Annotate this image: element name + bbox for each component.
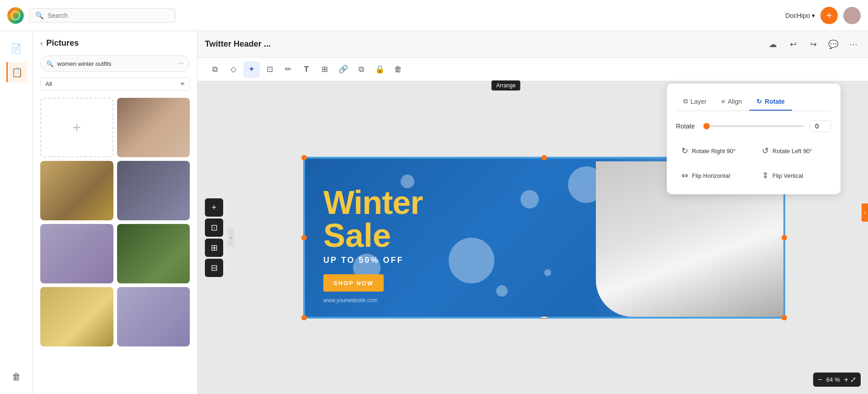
tab-align[interactable]: ≡ Align: [714, 93, 749, 111]
picture-thumb-3[interactable]: [40, 161, 113, 220]
rotate-left-button[interactable]: ↺ Rotate Left 90°: [756, 141, 831, 160]
picture-thumb-1[interactable]: [117, 98, 190, 157]
brand-button[interactable]: DocHipo ▾: [785, 12, 815, 19]
rotate-input[interactable]: [809, 120, 831, 132]
banner-title-line1: Winter: [323, 186, 423, 219]
toolbar-crop-btn[interactable]: ⊡: [262, 61, 278, 78]
banner-cta-label: SHOP NOW: [333, 280, 374, 287]
zoom-expand-button[interactable]: ⤢: [850, 375, 856, 384]
toolbar-clear-btn[interactable]: ◇: [225, 61, 241, 78]
pictures-grid: +: [40, 98, 190, 346]
canvas-title-group: Twitter Header ...: [205, 39, 271, 49]
flip-h-icon: ⇔: [681, 170, 688, 181]
cloud-save-button[interactable]: ☁: [766, 37, 780, 52]
banner-subtitle: UP TO 50% OFF: [323, 256, 423, 265]
toolbar-lock-btn[interactable]: 🔒: [371, 61, 388, 78]
redo-button[interactable]: ↪: [806, 37, 820, 52]
canvas-title: Twitter Header ...: [205, 39, 271, 49]
sidebar-item-templates[interactable]: 📋: [6, 62, 27, 82]
right-panel-handle[interactable]: ›: [862, 203, 868, 222]
toolbar-link-btn[interactable]: 🔗: [335, 61, 351, 78]
flip-h-label: Flip Horizontal: [692, 172, 730, 179]
sidebar-item-documents[interactable]: 📄: [6, 38, 27, 59]
toolbar-delete-btn[interactable]: 🗑: [390, 61, 406, 78]
topbar: 🔍 DocHipo ▾ +: [0, 0, 868, 31]
toolbar-text-btn[interactable]: T: [298, 61, 315, 78]
toolbar-layer-btn[interactable]: ⧉: [353, 61, 370, 78]
flip-vertical-button[interactable]: ⇕ Flip Vertical: [756, 166, 831, 185]
document-icon: 📄: [11, 43, 22, 54]
picture-thumb-2[interactable]: [117, 161, 190, 220]
picture-thumb-4[interactable]: [117, 224, 190, 283]
rotate-row: Rotate: [676, 120, 831, 132]
rotate-right-button[interactable]: ↻ Rotate Right 90°: [676, 141, 751, 160]
filter-select[interactable]: All Free Premium: [40, 77, 190, 91]
canvas-toolbar: Arrange ⧉ ◇ ✦ ⊡ ✏ T ⊞ 🔗 ⧉ 🔒 🗑: [198, 58, 868, 81]
search-box: 🔍: [29, 8, 176, 23]
picture-thumb-6[interactable]: [40, 287, 113, 346]
flip-horizontal-button[interactable]: ⇔ Flip Horizontal: [676, 166, 751, 185]
rotate-tab-icon: ↻: [756, 98, 762, 105]
align-tab-icon: ≡: [721, 98, 725, 105]
tab-rotate[interactable]: ↻ Rotate: [749, 93, 792, 111]
sidebar-item-trash[interactable]: 🗑: [6, 367, 27, 387]
rotate-slider-thumb[interactable]: [703, 123, 710, 129]
zoom-in-button[interactable]: +: [844, 376, 848, 384]
filter-row: All Free Premium: [40, 77, 190, 91]
tab-layer[interactable]: ⧉ Layer: [676, 93, 714, 111]
template-icon: 📋: [11, 67, 23, 78]
panel-title: Pictures: [46, 38, 79, 48]
back-button[interactable]: ‹: [40, 39, 43, 48]
header-actions: ☁ ↩ ↪ 💬 ⋯: [766, 37, 861, 52]
rotate-panel: ⧉ Layer ≡ Align ↻ Rotate Rotate ↻: [667, 84, 841, 194]
add-tool-btn[interactable]: +: [205, 198, 223, 217]
rotate-left-label: Rotate Left 90°: [772, 148, 812, 154]
rotate-right-label: Rotate Right 90°: [692, 148, 736, 154]
picture-thumb-5[interactable]: [40, 224, 113, 283]
avatar[interactable]: [843, 7, 861, 24]
resize-tool-btn[interactable]: ⊟: [205, 259, 223, 277]
rotate-tab-label: Rotate: [765, 98, 785, 105]
rotate-left-icon: ↺: [762, 146, 769, 156]
picture-thumb-7[interactable]: [117, 287, 190, 346]
more-button[interactable]: ⋯: [846, 37, 861, 52]
banner-title-line2: Sale: [323, 219, 423, 252]
canvas-area: Twitter Header ... ☁ ↩ ↪ 💬 ⋯ Arrange ⧉ ◇…: [198, 31, 868, 394]
left-sidebar: 📄 📋 🗑: [0, 31, 33, 394]
toolbar-copy-btn[interactable]: ⧉: [207, 61, 223, 78]
pictures-panel: ‹ Pictures 🔍 ··· All Free Premium +: [33, 31, 198, 394]
search-icon: 🔍: [35, 11, 44, 20]
zoom-out-button[interactable]: −: [818, 376, 822, 384]
create-button[interactable]: +: [820, 7, 838, 24]
toolbar-arrange-btn[interactable]: ✦: [243, 61, 260, 78]
svg-point-0: [11, 11, 20, 20]
comment-button[interactable]: 💬: [826, 37, 841, 52]
flip-v-icon: ⇕: [762, 170, 769, 181]
upload-button[interactable]: +: [40, 98, 113, 157]
picture-search-more[interactable]: ···: [178, 59, 184, 68]
grid-tool-btn[interactable]: ⊞: [205, 239, 223, 257]
toolbar-texture-btn[interactable]: ⊞: [316, 61, 333, 78]
rotate-right-icon: ↻: [681, 146, 688, 156]
flip-v-label: Flip Vertical: [772, 172, 803, 179]
brand-label: DocHipo: [785, 12, 810, 19]
search-input[interactable]: [48, 12, 162, 19]
rotate-slider[interactable]: [707, 125, 804, 127]
undo-button[interactable]: ↩: [786, 37, 800, 52]
banner-text-area: Winter Sale UP TO 50% OFF SHOP NOW www.y…: [323, 186, 423, 303]
rotate-label: Rotate: [676, 122, 701, 130]
canvas-header: Twitter Header ... ☁ ↩ ↪ 💬 ⋯: [198, 31, 868, 58]
align-tab-label: Align: [728, 98, 742, 105]
trash-icon: 🗑: [12, 372, 21, 382]
picture-search-bar: 🔍 ···: [40, 55, 190, 72]
panel-collapse-handle[interactable]: ‹: [228, 229, 234, 247]
picture-search-input[interactable]: [57, 60, 174, 67]
picture-search-icon: 🔍: [46, 60, 54, 67]
upload-icon: +: [72, 119, 81, 136]
frame-tool-btn[interactable]: ⊡: [205, 218, 223, 237]
app-logo[interactable]: [7, 7, 24, 24]
layer-tab-label: Layer: [691, 98, 707, 105]
topbar-left: 🔍: [7, 7, 176, 24]
toolbar-draw-btn[interactable]: ✏: [280, 61, 296, 78]
banner-cta[interactable]: SHOP NOW: [323, 274, 384, 292]
